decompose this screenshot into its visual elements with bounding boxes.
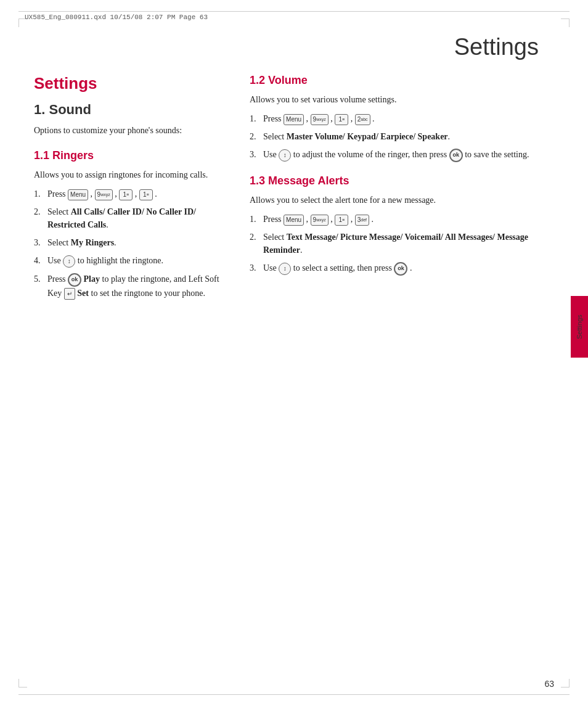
alert-step-3-num: 3. bbox=[250, 261, 263, 274]
ringers-desc: Allows you to assign ringtones for incom… bbox=[34, 168, 231, 181]
ringers-title: 1.1 Ringers bbox=[34, 149, 231, 162]
menu-key-v: Menu bbox=[284, 114, 304, 125]
vol-step-2: 2. Select Master Volume/ Keypad/ Earpiec… bbox=[250, 130, 554, 143]
header-line: UX585_Eng_080911.qxd 10/15/08 2:07 PM Pa… bbox=[25, 14, 563, 21]
9wxyz-key: 9wxyz bbox=[95, 189, 113, 200]
page-title: Settings bbox=[454, 34, 539, 60]
settings-tab-label: Settings bbox=[571, 271, 588, 382]
menu-key-a: Menu bbox=[284, 215, 304, 226]
ok-key-1: ok bbox=[68, 273, 81, 287]
play-label: Play bbox=[84, 274, 100, 284]
step-5-content: Press ok Play to play the ringtone, and … bbox=[47, 273, 231, 300]
right-column: 1.2 Volume Allows you to set various vol… bbox=[250, 74, 554, 669]
step-4-content: Use ↕ to highlight the ringtone. bbox=[47, 254, 231, 268]
step-5: 5. Press ok Play to play the ringtone, a… bbox=[34, 273, 231, 300]
nav-circle-v: ↕ bbox=[279, 149, 291, 162]
vol-step-1-num: 1. bbox=[250, 112, 263, 125]
1a-key-a: 1≡ bbox=[335, 215, 348, 226]
1a-key-v1: 1≡ bbox=[335, 114, 348, 125]
step-3-content: Select My Ringers. bbox=[47, 236, 231, 249]
content-area: Settings 1. Sound Options to customize y… bbox=[34, 74, 554, 669]
alert-step-1: 1. Press Menu , 9wxyz , 1≡ , 3def . bbox=[250, 213, 554, 226]
ok-key-v: ok bbox=[449, 149, 463, 162]
alert-step-1-content: Press Menu , 9wxyz , 1≡ , 3def . bbox=[263, 213, 554, 226]
vol-step-3-num: 3. bbox=[250, 148, 263, 161]
vol-step-3-content: Use ↕ to adjust the volume of the ringer… bbox=[263, 148, 554, 162]
alert-step-3: 3. Use ↕ to select a setting, then press… bbox=[250, 261, 554, 276]
nav-circle-a: ↕ bbox=[279, 263, 291, 275]
volume-desc: Allows you to set various volume setting… bbox=[250, 93, 554, 106]
settings-section-title: Settings bbox=[34, 74, 231, 93]
alerts-desc: Allows you to select the alert tone for … bbox=[250, 194, 554, 207]
sound-title: 1. Sound bbox=[34, 102, 231, 118]
step-2-num: 2. bbox=[34, 205, 47, 218]
vol-step-3: 3. Use ↕ to adjust the volume of the rin… bbox=[250, 148, 554, 162]
step-3: 3. Select My Ringers. bbox=[34, 236, 231, 249]
left-column: Settings 1. Sound Options to customize y… bbox=[34, 74, 231, 669]
sound-desc: Options to customize your phone's sounds… bbox=[34, 124, 231, 137]
set-soft-key: ↵ bbox=[64, 288, 75, 300]
alert-step-1-num: 1. bbox=[250, 213, 263, 226]
step-2: 2. Select All Calls/ Caller ID/ No Calle… bbox=[34, 205, 231, 231]
alert-step-2-num: 2. bbox=[250, 231, 263, 244]
page-border-top bbox=[18, 11, 570, 12]
step-2-content: Select All Calls/ Caller ID/ No Caller I… bbox=[47, 205, 231, 231]
page-border-bottom bbox=[18, 694, 570, 695]
vol-step-1: 1. Press Menu , 9wxyz , 1≡ , 2abc . bbox=[250, 112, 554, 125]
step-4: 4. Use ↕ to highlight the ringtone. bbox=[34, 254, 231, 268]
step-4-num: 4. bbox=[34, 254, 47, 267]
2abc-key-v: 2abc bbox=[355, 114, 370, 125]
3def-key-a: 3def bbox=[355, 215, 369, 226]
nav-circle-1: ↕ bbox=[63, 255, 75, 268]
volume-title: 1.2 Volume bbox=[250, 74, 554, 87]
corner-bl bbox=[18, 679, 27, 688]
9wxyz-key-a: 9wxyz bbox=[311, 215, 329, 226]
vol-step-2-content: Select Master Volume/ Keypad/ Earpiece/ … bbox=[263, 130, 554, 143]
alert-step-3-content: Use ↕ to select a setting, then press ok… bbox=[263, 261, 554, 276]
set-label: Set bbox=[77, 289, 89, 298]
vol-step-2-num: 2. bbox=[250, 130, 263, 143]
step-1-content: Press Menu , 9wxyz , 1≡ , 1≡ . bbox=[47, 187, 231, 200]
step-1-num: 1. bbox=[34, 187, 47, 200]
page-number: 63 bbox=[544, 679, 554, 689]
vol-step-1-content: Press Menu , 9wxyz , 1≡ , 2abc . bbox=[263, 112, 554, 125]
ok-key-a: ok bbox=[394, 262, 407, 276]
step-3-option: My Ringers bbox=[71, 238, 114, 247]
vol-option: Master Volume/ Keypad/ Earpiece/ Speaker bbox=[287, 132, 448, 141]
1a-key2: 1≡ bbox=[139, 189, 153, 200]
alert-option: Text Message/ Picture Message/ Voicemail… bbox=[263, 232, 528, 255]
header-text: UX585_Eng_080911.qxd 10/15/08 2:07 PM Pa… bbox=[25, 14, 208, 21]
alerts-title: 1.3 Message Alerts bbox=[250, 174, 554, 187]
menu-key: Menu bbox=[68, 189, 88, 200]
step-5-num: 5. bbox=[34, 273, 47, 285]
alert-step-2: 2. Select Text Message/ Picture Message/… bbox=[250, 231, 554, 257]
step-1: 1. Press Menu , 9wxyz , 1≡ , 1≡ . bbox=[34, 187, 231, 200]
1a-key1: 1≡ bbox=[119, 189, 133, 200]
9wxyz-key-v: 9wxyz bbox=[311, 114, 329, 125]
corner-br bbox=[561, 679, 570, 688]
step-3-num: 3. bbox=[34, 236, 47, 249]
alert-step-2-content: Select Text Message/ Picture Message/ Vo… bbox=[263, 231, 554, 257]
step-2-option: All Calls/ Caller ID/ No Caller ID/ Rest… bbox=[47, 207, 196, 229]
